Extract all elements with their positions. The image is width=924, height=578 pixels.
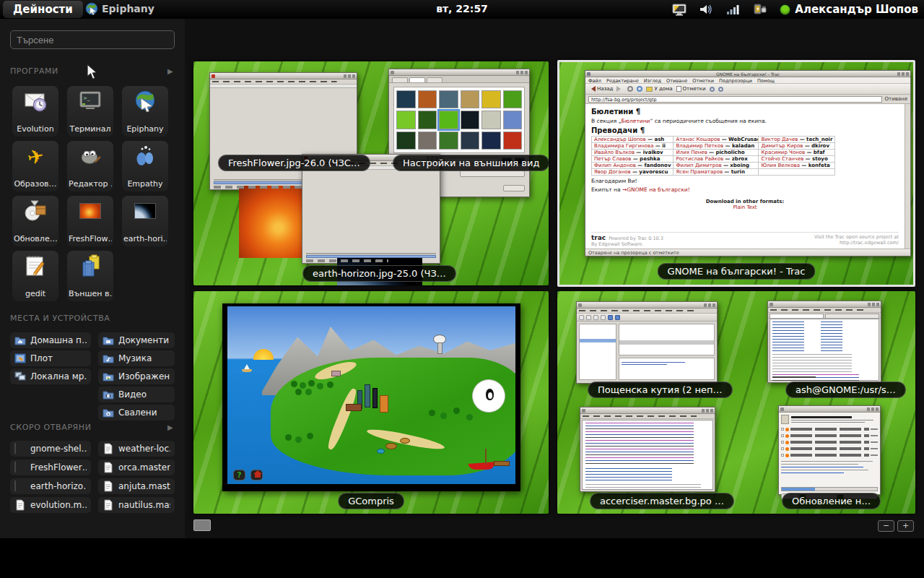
search-input[interactable] <box>10 30 175 49</box>
recent-item[interactable]: nautilus.mas… <box>98 497 175 513</box>
zoom-out-icon[interactable] <box>718 87 723 92</box>
workspace-thumbnail-4[interactable]: Пощенска кутия (2 неп… ash@GNOME:/usr/s…… <box>557 291 915 514</box>
remove-workspace-button[interactable]: − <box>878 520 894 532</box>
forward-arrow-icon[interactable] <box>616 86 624 92</box>
recent-item[interactable]: FreshFlower… <box>10 460 91 475</box>
place-item-label: Домашна п… <box>30 335 87 345</box>
url-input[interactable]: http://fsa-bg.org/project/gtp <box>588 96 882 103</box>
activities-button[interactable]: Дейности <box>3 1 83 18</box>
menu-item[interactable]: Редактиране <box>606 78 639 82</box>
app-tile-empathy[interactable]: Empathy <box>122 141 168 191</box>
plain-text-link[interactable]: Plain Text <box>733 204 757 210</box>
downloads-folder-icon <box>103 407 114 418</box>
dock <box>494 461 510 466</box>
app-tile-label: Външен в… <box>69 289 112 298</box>
editor-text-preview <box>582 420 713 490</box>
recent-item[interactable]: anjuta.mast… <box>98 478 175 494</box>
trac-page-content: Бюлетини ¶ В секция „Бюлетини“ са период… <box>585 104 905 249</box>
place-item-videos[interactable]: Видео <box>98 387 175 402</box>
place-item-local-network[interactable]: Локална мр… <box>10 368 91 384</box>
app-tile-epiphany[interactable]: Epiphany <box>122 86 168 137</box>
gnome-terminal-window[interactable] <box>767 301 881 383</box>
place-item-home[interactable]: Домашна п… <box>10 332 91 348</box>
mouse-cursor <box>87 64 99 81</box>
menu-item[interactable]: Изглед <box>644 78 661 82</box>
menu-item[interactable]: Файл <box>588 78 601 82</box>
app-tile-freshflower[interactable]: FreshFlow… <box>67 196 113 246</box>
zoom-in-icon[interactable] <box>710 87 715 92</box>
place-item-label: Плот <box>30 353 53 363</box>
app-tile-terminal[interactable]: >_ Терминал <box>67 86 113 137</box>
boat-mast <box>485 449 487 465</box>
update-manager-window[interactable] <box>778 405 881 495</box>
network-signal-icon[interactable] <box>727 4 740 14</box>
stop-icon[interactable] <box>627 86 633 92</box>
place-item-label: Музика <box>118 353 152 363</box>
south-trees <box>285 434 292 441</box>
update-header-preview <box>779 413 880 426</box>
reload-icon[interactable] <box>637 86 642 92</box>
menu-item[interactable]: Подпрозорци <box>719 78 752 82</box>
app-menu-button[interactable]: Epiphany <box>85 2 154 15</box>
menu-item[interactable]: Отметки <box>692 78 714 82</box>
battery-power-icon[interactable] <box>753 3 767 16</box>
recent-expander-icon[interactable]: ▶ <box>167 423 173 431</box>
recent-item[interactable]: earth-horizo… <box>10 478 91 494</box>
help-button[interactable]: ? <box>233 470 245 480</box>
workspace-thumbnail-3[interactable]: ? GCompris <box>193 291 549 514</box>
window-label: FreshFlower.jpg-26.0 (ЧЗС… <box>218 155 370 171</box>
menu-item[interactable]: Отиване <box>666 78 687 82</box>
network-icon <box>14 371 26 382</box>
display-settings-icon[interactable] <box>672 4 687 16</box>
vim-terminal-window[interactable] <box>580 407 715 492</box>
east-trees <box>429 410 435 416</box>
app-tile-evolution[interactable]: Evolution <box>12 86 58 137</box>
gcompris-window[interactable]: ? <box>222 303 520 491</box>
menubar-preview <box>768 308 881 313</box>
app-tile-gcompris[interactable]: ✈ Образов… <box>12 141 58 191</box>
go-button[interactable]: Отиване <box>885 96 907 102</box>
place-item-music[interactable]: Музика <box>98 350 175 366</box>
app-tile-label: FreshFlow… <box>69 234 112 243</box>
app-tile-gimp[interactable]: Редактор … <box>67 141 113 191</box>
tux-speech-bubble[interactable] <box>472 379 505 413</box>
bookmarks-button[interactable]: Отметки <box>676 86 706 92</box>
volume-icon[interactable] <box>699 4 714 15</box>
app-tile-gedit[interactable]: gedit <box>12 251 58 301</box>
place-item-downloads[interactable]: Свалени <box>98 405 175 420</box>
home-button[interactable] <box>250 470 263 480</box>
download-block: Download in other formats: Plain Text <box>591 199 899 210</box>
app-tile-software-update[interactable]: Обновле… <box>12 196 58 246</box>
place-item-label: Локална мр… <box>30 371 87 381</box>
recent-item[interactable]: gnome-shel… <box>10 441 91 457</box>
clock[interactable]: вт, 22:57 <box>436 3 488 14</box>
epiphany-trac-window[interactable]: GNOME на български! - Trac Файл Редактир… <box>585 70 911 256</box>
workspace-thumbnail-2[interactable]: GNOME на български! - Trac Файл Редактир… <box>557 60 915 287</box>
menu-item[interactable]: Помощ <box>757 78 775 82</box>
window-titlebar <box>389 69 529 76</box>
place-item-pictures[interactable]: Изображен… <box>98 368 175 384</box>
back-button[interactable]: Назад <box>588 86 613 92</box>
bulletins-link[interactable]: Бюлетини <box>622 118 650 124</box>
epiphany-globe-cursor-icon <box>133 89 157 113</box>
recent-item[interactable]: orca.master.… <box>98 460 175 475</box>
app-tile-appearance[interactable]: Външен в… <box>67 251 113 301</box>
window-label: earth-horizon.jpg-25.0 (ЧЗ… <box>302 265 456 282</box>
recent-item-label: orca.master.… <box>118 462 170 473</box>
place-item-documents[interactable]: Документи <box>98 332 175 348</box>
workspace-thumbnail-1[interactable]: FreshFlower.jpg-26.0 (ЧЗС… Настройки на … <box>193 61 549 285</box>
team-link[interactable]: →GNOME на български! <box>622 186 690 193</box>
user-menu[interactable]: Александър Шопов <box>780 3 918 16</box>
scrollbar[interactable] <box>905 104 910 249</box>
home-button[interactable]: У дома <box>646 86 672 92</box>
penguin-icon <box>486 389 494 400</box>
app-tile-earth-horizon[interactable]: earth-hori… <box>122 196 168 246</box>
add-workspace-button[interactable]: + <box>897 520 914 532</box>
recent-item[interactable]: evolution.m… <box>10 497 91 513</box>
evolution-mail-window[interactable] <box>576 301 718 384</box>
workspace-indicator[interactable] <box>193 519 211 531</box>
place-item-desktop[interactable]: Плот <box>10 350 91 366</box>
programs-expander-icon[interactable]: ▶ <box>167 67 173 75</box>
window-titlebar <box>210 73 357 79</box>
recent-item[interactable]: weather-loc… <box>98 441 175 457</box>
